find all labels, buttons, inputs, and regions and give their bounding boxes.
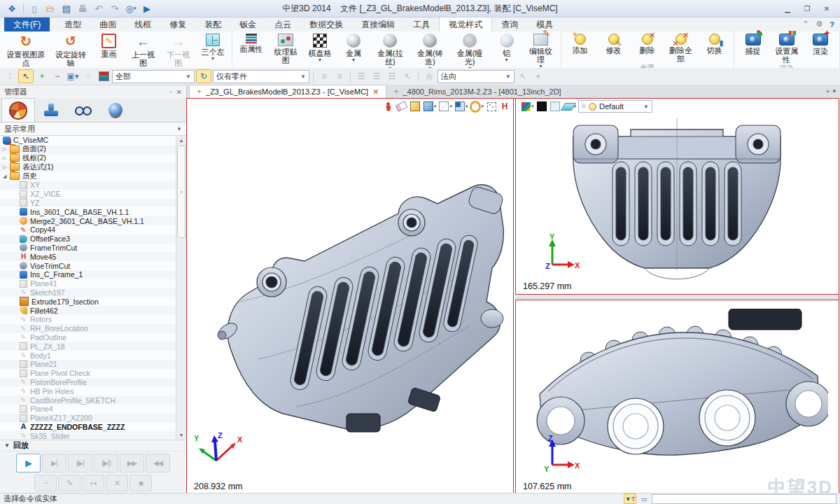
sort-b-icon[interactable]: ☰ bbox=[370, 70, 384, 83]
model-view-isometric[interactable] bbox=[191, 128, 506, 486]
minimize-button[interactable]: ▁ bbox=[778, 3, 797, 15]
edit-texture-button[interactable]: 编辑纹理▾ bbox=[524, 32, 559, 69]
menu-tab-2[interactable]: 曲面 bbox=[90, 17, 125, 31]
status-filter-icon[interactable]: ▼T bbox=[624, 493, 636, 504]
close-panel-icon[interactable]: ✕ bbox=[176, 88, 182, 96]
play-macro-icon[interactable]: ▶ bbox=[139, 2, 155, 15]
set-view-origin-button[interactable]: 设置视图原点 bbox=[2, 32, 50, 67]
background-icon[interactable] bbox=[454, 101, 465, 112]
history-item-22[interactable]: PistonBoreProfile bbox=[0, 378, 176, 387]
wireframe-mode-icon[interactable] bbox=[438, 101, 449, 112]
history-item-19[interactable]: Body1 bbox=[0, 351, 176, 360]
refresh-icon[interactable]: ↻ bbox=[196, 69, 211, 83]
tab-list-dropdown-icon[interactable]: ▾ bbox=[832, 88, 836, 94]
history-item-7[interactable]: FrameTrimCut bbox=[0, 244, 176, 253]
curve-tool-button[interactable]: ~ bbox=[34, 475, 57, 491]
chevron-down-icon[interactable]: ▾ bbox=[449, 104, 452, 109]
key-tool-button[interactable]: ↦ bbox=[82, 475, 104, 491]
menu-tab-4[interactable]: 修复 bbox=[160, 17, 195, 31]
history-item-13[interactable]: Extrude179_Isection bbox=[0, 297, 176, 306]
history-item-16[interactable]: RH_BoreLocation bbox=[0, 324, 176, 333]
tree-folder-2[interactable]: ▷表达式(1) bbox=[0, 162, 176, 172]
metal-cast-button[interactable]: 金属(铸造)▾ bbox=[410, 32, 450, 71]
rewind-button[interactable]: ◀◀ bbox=[146, 454, 170, 472]
tab-render-manager[interactable] bbox=[99, 98, 132, 122]
history-item-2[interactable]: YZ bbox=[0, 199, 176, 208]
viewport-main[interactable]: ▾ ▾ ▾ ▾ ⤡ H bbox=[187, 99, 514, 494]
align-vertical-icon[interactable]: ≡ bbox=[332, 70, 346, 83]
capture-button[interactable]: 捕捉 bbox=[736, 32, 770, 55]
aluminum-button[interactable]: 铝▾ bbox=[490, 32, 524, 62]
tab-history-manager[interactable] bbox=[1, 98, 35, 122]
playback-header[interactable]: ▼ 回放 bbox=[0, 440, 186, 451]
history-item-0[interactable]: XY bbox=[0, 181, 176, 190]
sort-a-icon[interactable]: ☰ bbox=[354, 70, 368, 83]
menu-tab-11[interactable]: 视觉样式 bbox=[439, 17, 492, 31]
history-item-17[interactable]: PadOutline bbox=[0, 333, 176, 342]
history-item-28[interactable]: Sk35_Slider bbox=[0, 431, 176, 440]
scroll-thumb[interactable]: ≡ bbox=[177, 146, 186, 238]
metal-matte-button[interactable]: 金属(哑光)▾ bbox=[450, 32, 490, 71]
menu-tab-8[interactable]: 数据交换 bbox=[300, 17, 352, 31]
menu-tab-5[interactable]: 装配 bbox=[195, 17, 230, 31]
document-tab-0[interactable]: +_Z3_GL_BrakesModelB_2013.Z3 - [C_ViseMC… bbox=[189, 85, 386, 98]
exit-view-icon[interactable] bbox=[383, 101, 394, 112]
history-item-4[interactable]: Merge2_3601_CAL_BASE_VH.1.1 bbox=[0, 216, 176, 225]
normal-combo[interactable]: 法向▼ bbox=[438, 70, 514, 83]
filter-scope-combo[interactable]: 全部▼ bbox=[112, 70, 195, 83]
restore-button[interactable]: ❐ bbox=[798, 3, 816, 15]
history-item-23[interactable]: HB Pin Holes bbox=[0, 386, 176, 396]
new-file-icon[interactable]: ▯ bbox=[27, 2, 42, 15]
edit-tool-button[interactable]: ✎ bbox=[58, 475, 80, 491]
view-orient-icon[interactable] bbox=[470, 101, 481, 112]
redo-icon[interactable]: ↷ bbox=[107, 2, 122, 15]
display-mode-icon[interactable] bbox=[423, 101, 434, 112]
metal-button[interactable]: 金属▾ bbox=[337, 32, 370, 62]
toggle-light-button[interactable]: 切换 bbox=[698, 32, 732, 55]
tab-assembly-manager[interactable] bbox=[35, 98, 67, 122]
play-from-current-button[interactable]: (▶) bbox=[68, 454, 92, 472]
open-file-icon[interactable]: 🗁 bbox=[43, 2, 58, 15]
menu-tab-3[interactable]: 线框 bbox=[125, 17, 160, 31]
render-button[interactable]: 渲染 bbox=[804, 32, 837, 55]
display-filter-combo[interactable]: 显示常用 ▼ bbox=[0, 122, 186, 136]
target-icon[interactable]: ◎▾ bbox=[123, 2, 139, 15]
status-panel-icon[interactable]: ▭ bbox=[638, 494, 650, 503]
layout-three-left-button[interactable]: 三个左▾ bbox=[196, 32, 230, 61]
image-tool-button[interactable]: ■ bbox=[130, 475, 152, 491]
tree-root-node[interactable]: C_ViseMC bbox=[0, 136, 176, 145]
cursor-a-icon[interactable]: ↖ bbox=[516, 70, 530, 83]
delete-all-lights-button[interactable]: 删除全部 bbox=[664, 32, 698, 63]
tree-scrollbar[interactable]: ▲ ≡ ▼ bbox=[176, 136, 186, 440]
scroll-down-icon[interactable]: ▼ bbox=[176, 430, 186, 440]
save-icon[interactable]: ▤ bbox=[59, 2, 74, 15]
print-icon[interactable]: 🖶 bbox=[75, 2, 90, 15]
menu-tab-1[interactable]: 造型 bbox=[55, 17, 90, 31]
light-preset-combo[interactable]: ⌾ Default ▼ bbox=[578, 100, 652, 113]
white-background-icon[interactable] bbox=[550, 101, 561, 112]
help-icon[interactable]: ? bbox=[830, 20, 834, 29]
status-input[interactable] bbox=[652, 494, 836, 504]
delete-light-button[interactable]: 删除 bbox=[631, 32, 664, 55]
pick-level-combo[interactable]: 仅有零件▼ bbox=[213, 70, 309, 83]
viewport-top-right[interactable]: ▾ ▾ ⌾ Default ▼ bbox=[515, 99, 839, 295]
play-to-next-button[interactable]: ▶| bbox=[42, 454, 66, 472]
pick-tool-icon[interactable]: ↖ bbox=[18, 69, 34, 83]
previous-view-button[interactable]: 上一视图 bbox=[125, 32, 160, 67]
play-step-button[interactable]: (▶|) bbox=[94, 454, 118, 472]
floor-plane-icon[interactable] bbox=[563, 101, 574, 112]
shade-mode-icon[interactable] bbox=[410, 101, 421, 112]
play-button[interactable]: ▶ bbox=[16, 454, 41, 472]
tab-visual-manager[interactable] bbox=[67, 98, 99, 122]
undo-icon[interactable]: ↶ bbox=[91, 2, 106, 15]
fast-forward-button[interactable]: ▶▶ bbox=[120, 454, 144, 472]
history-item-27[interactable]: ZZZZZ_ENDOFBASE_ZZZZ bbox=[0, 423, 176, 432]
history-item-26[interactable]: PlaneXZ17_XZ200 bbox=[0, 414, 176, 423]
close-button[interactable]: ✕ bbox=[818, 3, 836, 15]
history-item-8[interactable]: Move45 bbox=[0, 252, 176, 261]
viewport-bottom-right[interactable]: Z Y X 107.625 mm 中望3D bbox=[515, 300, 839, 494]
chevron-down-icon[interactable]: ▾ bbox=[465, 104, 468, 109]
tab-scroll-icon[interactable]: ＋ bbox=[825, 88, 831, 94]
cursor-b-icon[interactable]: ⌖ bbox=[531, 70, 545, 83]
collapse-ribbon-icon[interactable]: ⌃ bbox=[802, 20, 808, 29]
